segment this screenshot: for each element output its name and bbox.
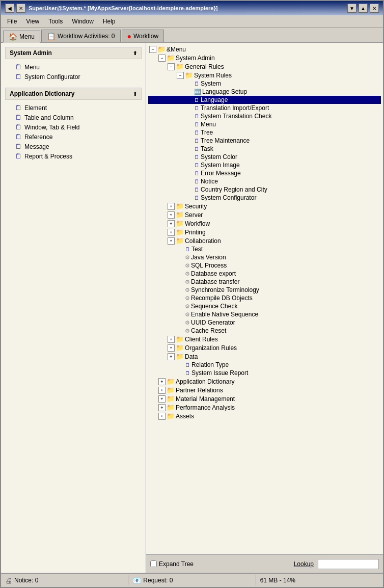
tree-item-system-configurator[interactable]: 🗒 System Configurator bbox=[148, 194, 381, 202]
tree-item-collaboration[interactable]: + 📁 Collaboration bbox=[148, 236, 381, 245]
sidebar-section-system-admin-header[interactable]: System Admin ⬆ bbox=[5, 47, 142, 59]
tree-item-country-region-city[interactable]: 🗒 Country Region and City bbox=[148, 185, 381, 194]
tree-item-security[interactable]: + 📁 Security bbox=[148, 202, 381, 210]
tree-item-workflow[interactable]: + 📁 Workflow bbox=[148, 219, 381, 228]
tree-item-cache-reset[interactable]: ⚙ Cache Reset bbox=[148, 327, 381, 335]
tree-doc-icon-stc: 🗒 bbox=[194, 113, 200, 119]
tree-expander-material-management[interactable]: + bbox=[158, 395, 166, 403]
tree-expander-security[interactable]: + bbox=[168, 203, 175, 210]
tree-item-translation-import-export[interactable]: 🗒 Translation Import/Export bbox=[148, 104, 381, 112]
tree-expander-app-dictionary[interactable]: + bbox=[158, 378, 166, 385]
tree-item-recompile-db[interactable]: ⚙ Recompile DB Objects bbox=[148, 294, 381, 302]
sidebar-item-table-column[interactable]: 🗒 Table and Column bbox=[5, 113, 142, 122]
tree-item-tree[interactable]: 🗒 Tree bbox=[148, 128, 381, 137]
tree-item-client-rules[interactable]: + 📁 Client Rules bbox=[148, 335, 381, 343]
menu-tools[interactable]: Tools bbox=[44, 17, 67, 26]
tree-expander-root[interactable]: − bbox=[149, 46, 156, 53]
tree-expander-system-admin[interactable]: − bbox=[158, 55, 166, 62]
sidebar-item-window-tab-field-icon: 🗒 bbox=[15, 123, 22, 131]
forward-button[interactable]: ✕ bbox=[16, 4, 25, 13]
tree-gear-icon-dbex: ⚙ bbox=[185, 271, 190, 277]
maximize-button[interactable]: ▲ bbox=[359, 4, 368, 13]
tree-item-partner-relations[interactable]: + 📁 Partner Relations bbox=[148, 386, 381, 394]
tree-item-database-transfer[interactable]: ⚙ Database transfer bbox=[148, 278, 381, 286]
sidebar-section-app-dict-expand[interactable]: ⬆ bbox=[133, 91, 137, 97]
tree-item-sync-terminology[interactable]: ⚙ Synchronize Terminology bbox=[148, 286, 381, 294]
sidebar-item-menu[interactable]: 🗒 Menu bbox=[5, 62, 142, 72]
tree-item-performance-analysis[interactable]: + 📁 Performance Analysis bbox=[148, 403, 381, 412]
tree-label-language: Language bbox=[201, 96, 228, 103]
tree-expander-server[interactable]: + bbox=[168, 211, 175, 219]
sidebar-section-system-admin-label: System Admin bbox=[10, 49, 52, 57]
tree-item-task[interactable]: 🗒 Task bbox=[148, 145, 381, 153]
expand-tree-checkbox[interactable] bbox=[150, 560, 157, 567]
back-button[interactable]: ◀ bbox=[5, 4, 14, 13]
tree-item-java-version[interactable]: ⚙ Java Version bbox=[148, 253, 381, 261]
tree-item-system-issue-report[interactable]: 🗒 System Issue Report bbox=[148, 369, 381, 377]
tree-item-general-rules[interactable]: − 📁 General Rules bbox=[148, 62, 381, 71]
tree-expander-partner-relations[interactable]: + bbox=[158, 387, 166, 394]
tree-item-org-rules[interactable]: + 📁 Organization Rules bbox=[148, 343, 381, 352]
menu-help[interactable]: Help bbox=[99, 17, 120, 26]
tree-item-notice[interactable]: 🗒 Notice bbox=[148, 177, 381, 185]
tree-item-root[interactable]: − 📁 &Menu bbox=[148, 45, 381, 54]
tree-item-enable-native-sequence[interactable]: ⚙ Enable Native Sequence bbox=[148, 310, 381, 318]
tree-item-server[interactable]: + 📁 Server bbox=[148, 210, 381, 219]
tree-item-relation-type[interactable]: 🗒 Relation Type bbox=[148, 361, 381, 369]
sidebar-item-message[interactable]: 🗒 Message bbox=[5, 142, 142, 151]
minimize-button[interactable]: ▼ bbox=[347, 4, 356, 13]
tree-item-system-admin[interactable]: − 📁 System Admin bbox=[148, 54, 381, 62]
sidebar-section-app-dict-header[interactable]: Application Dictionary ⬆ bbox=[5, 88, 142, 100]
tree-item-test[interactable]: 🗒 Test bbox=[148, 245, 381, 253]
sidebar-item-report-process[interactable]: 🗒 Report & Process bbox=[5, 151, 142, 161]
tree-item-uuid-generator[interactable]: ⚙ UUID Generator bbox=[148, 318, 381, 327]
tree-expander-system-rules[interactable]: − bbox=[177, 72, 184, 79]
tree-expander-client-rules[interactable]: + bbox=[168, 336, 175, 343]
tree-item-menu[interactable]: 🗒 Menu bbox=[148, 120, 381, 128]
tree-item-sequence-check[interactable]: ⚙ Sequence Check bbox=[148, 302, 381, 310]
tree-item-printing[interactable]: + 📁 Printing bbox=[148, 228, 381, 236]
tree-expander-workflow[interactable]: + bbox=[168, 220, 175, 227]
sidebar-item-element[interactable]: 🗒 Element bbox=[5, 103, 142, 113]
tab-workflow[interactable]: ● Workflow bbox=[122, 30, 164, 42]
sidebar-item-reference[interactable]: 🗒 Reference bbox=[5, 132, 142, 142]
tree-expander-general-rules[interactable]: − bbox=[168, 63, 175, 70]
tree-folder-icon-collaboration: 📁 bbox=[176, 237, 184, 245]
tree-item-system-rules[interactable]: − 📁 System Rules bbox=[148, 71, 381, 79]
tab-workflow-activities[interactable]: 📋 Workflow Activities: 0 bbox=[41, 30, 120, 42]
tree-item-system[interactable]: 🗒 System bbox=[148, 79, 381, 88]
tree-item-system-color[interactable]: 🗒 System Color bbox=[148, 153, 381, 161]
tree-item-data[interactable]: + 📁 Data bbox=[148, 352, 381, 361]
tab-menu[interactable]: 🏠 Menu bbox=[3, 31, 40, 43]
tree-expander-performance-analysis[interactable]: + bbox=[158, 404, 166, 411]
tree-item-assets[interactable]: + 📁 Assets bbox=[148, 412, 381, 420]
tree-expander-data[interactable]: + bbox=[168, 353, 175, 360]
menu-view[interactable]: View bbox=[22, 17, 43, 26]
tree-item-material-management[interactable]: + 📁 Material Management bbox=[148, 394, 381, 403]
tree-item-system-translation-check[interactable]: 🗒 System Translation Check bbox=[148, 112, 381, 120]
tree-label-material-management: Material Management bbox=[176, 395, 235, 403]
tree-label-server: Server bbox=[185, 211, 203, 219]
tree-item-system-image[interactable]: 🗒 System Image bbox=[148, 161, 381, 169]
tree-expander-collaboration[interactable]: + bbox=[168, 237, 175, 245]
tree-item-language-setup[interactable]: 🔤 Language Setup bbox=[148, 88, 381, 96]
tree-item-sql-process[interactable]: ⚙ SQL Process bbox=[148, 261, 381, 270]
sidebar-section-system-admin-expand[interactable]: ⬆ bbox=[133, 50, 137, 56]
menu-file[interactable]: File bbox=[3, 17, 21, 26]
close-button[interactable]: ✕ bbox=[370, 4, 379, 13]
tree-item-tree-maintenance[interactable]: 🗒 Tree Maintenance bbox=[148, 137, 381, 145]
tree-item-language[interactable]: 🗒 Language bbox=[148, 96, 381, 104]
tree-expander-org-rules[interactable]: + bbox=[168, 344, 175, 352]
tree-item-error-message[interactable]: 🗒 Error Message bbox=[148, 169, 381, 177]
tree-item-app-dictionary[interactable]: + 📁 Application Dictionary bbox=[148, 377, 381, 386]
tab-workflow-activities-label: Workflow Activities: 0 bbox=[58, 33, 115, 40]
tree-item-database-export[interactable]: ⚙ Database export bbox=[148, 270, 381, 278]
tree-doc-icon-sir: 🗒 bbox=[185, 370, 190, 376]
tree-label-sql-process: SQL Process bbox=[191, 262, 227, 269]
sidebar-item-system-configurator[interactable]: 🗒 System Configurator bbox=[5, 72, 142, 82]
menu-window[interactable]: Window bbox=[68, 17, 98, 26]
sidebar-item-window-tab-field[interactable]: 🗒 Window, Tab & Field bbox=[5, 122, 142, 132]
lookup-input[interactable] bbox=[318, 559, 379, 569]
tree-expander-assets[interactable]: + bbox=[158, 413, 166, 420]
tree-expander-printing[interactable]: + bbox=[168, 229, 175, 236]
